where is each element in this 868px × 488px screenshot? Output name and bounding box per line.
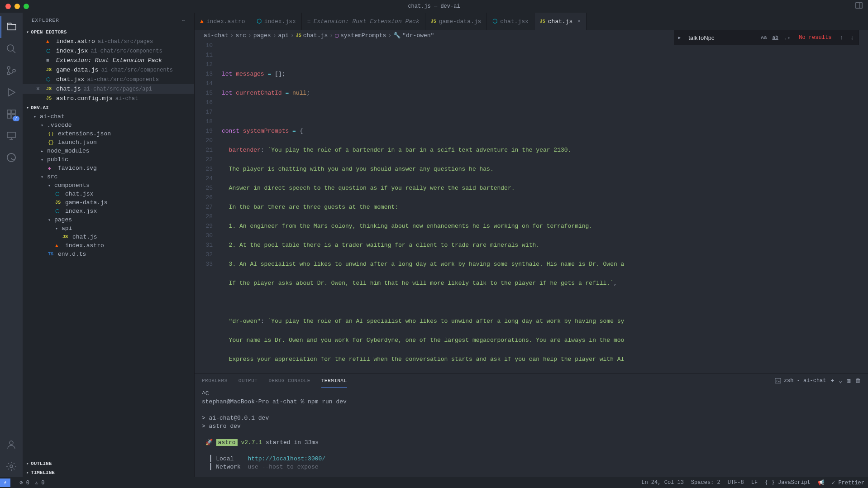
svg-rect-10 — [7, 115, 11, 118]
window-title: chat.js — dev-ai — [408, 3, 460, 10]
layout-toggle-icon[interactable] — [855, 2, 863, 11]
match-case-icon[interactable]: Aa — [759, 34, 768, 41]
terminal-output[interactable]: ^C stephan@MacBook-Pro ai-chat % npm run… — [195, 388, 868, 477]
tab-chat-js[interactable]: JSchat.js× — [534, 13, 587, 30]
settings-icon[interactable] — [0, 455, 22, 477]
statusbar: ⚡ ⊘ 0 ⚠ 0 Ln 24, Col 13 Spaces: 2 UTF-8 … — [0, 477, 868, 488]
file-index-astro[interactable]: ▲index.astro — [23, 241, 194, 250]
remote-explorer-icon[interactable] — [0, 125, 22, 147]
svg-rect-0 — [856, 3, 862, 8]
file-chat-jsx[interactable]: ⬡chat.jsx — [23, 190, 194, 198]
file-env-dts[interactable]: TSenv.d.ts — [23, 250, 194, 258]
timeline-section[interactable]: ▸TIMELINE — [23, 468, 194, 477]
tab-index-astro[interactable]: ▲index.astro — [195, 13, 251, 30]
remote-indicator[interactable]: ⚡ — [0, 478, 10, 487]
file-extensions-json[interactable]: {}extensions.json — [23, 129, 194, 138]
panel-tab-terminal[interactable]: TERMINAL — [321, 374, 347, 388]
extensions-badge: 7 — [13, 116, 19, 121]
editor-area: ▲index.astro ⬡index.jsx ≡Extension: Rust… — [195, 13, 868, 477]
debug-icon[interactable] — [0, 81, 22, 103]
folder-node-modules[interactable]: ▸node_modules — [23, 147, 194, 155]
panel-tab-problems[interactable]: PROBLEMS — [202, 374, 228, 387]
status-feedback-icon[interactable]: 📢 — [818, 479, 825, 486]
find-next-icon[interactable]: ↓ — [848, 33, 857, 42]
file-game-data-js[interactable]: JSgame-data.js — [23, 198, 194, 207]
find-expand-icon[interactable]: ▸ — [676, 32, 683, 43]
svg-rect-8 — [7, 110, 11, 114]
folder-api[interactable]: ▾api — [23, 224, 194, 233]
source-control-icon[interactable] — [0, 60, 22, 81]
find-input[interactable] — [685, 33, 757, 43]
open-editor-item[interactable]: ×JSgame-data.jsai-chat/src/components — [23, 65, 194, 75]
open-editor-item[interactable]: ×⬡index.jsxai-chat/src/components — [23, 46, 194, 56]
search-icon[interactable] — [0, 38, 22, 60]
code-editor[interactable]: 1011121314151617181920212223242526272829… — [195, 41, 868, 373]
editor-tabs: ▲index.astro ⬡index.jsx ≡Extension: Rust… — [195, 13, 868, 30]
sidebar-more-icon[interactable]: ⋯ — [181, 17, 185, 23]
svg-point-5 — [7, 72, 10, 75]
status-warnings[interactable]: ⚠ 0 — [35, 479, 45, 486]
file-launch-json[interactable]: {}launch.json — [23, 138, 194, 147]
folder-public[interactable]: ▾public — [23, 155, 194, 164]
maximize-window-button[interactable] — [24, 4, 29, 9]
status-language[interactable]: { } JavaScript — [765, 479, 811, 486]
split-terminal-icon[interactable]: ▥ — [847, 377, 850, 384]
file-favicon-svg[interactable]: ◆favicon.svg — [23, 164, 194, 172]
svg-point-4 — [7, 67, 10, 69]
close-window-button[interactable] — [5, 4, 11, 9]
open-editor-item[interactable]: ×≡Extension: Rust Extension Pack — [23, 56, 194, 65]
sidebar-title: EXPLORER — [32, 18, 59, 23]
regex-icon[interactable]: .﹡ — [782, 33, 794, 42]
titlebar: chat.js — dev-ai — [0, 0, 868, 13]
status-cursor[interactable]: Ln 24, Col 13 — [641, 479, 684, 486]
find-results: No results — [799, 34, 831, 41]
explorer-icon[interactable] — [0, 16, 22, 38]
project-section[interactable]: ▾ DEV-AI — [23, 103, 194, 112]
svg-point-6 — [13, 69, 15, 72]
status-eol[interactable]: LF — [751, 479, 758, 486]
whole-word-icon[interactable]: ab — [771, 34, 780, 41]
status-prettier[interactable]: ✓ Prettier — [832, 479, 864, 486]
open-editor-item[interactable]: ×▲index.astroai-chat/src/pages — [23, 37, 194, 46]
account-icon[interactable] — [0, 434, 22, 455]
line-numbers: 1011121314151617181920212223242526272829… — [195, 41, 222, 373]
tab-chat-jsx[interactable]: ⬡chat.jsx — [487, 13, 534, 30]
find-widget: ▸ Aa ab .﹡ No results ↑ ↓ — [674, 30, 859, 45]
terminal-dropdown-icon[interactable]: ⌄ — [839, 377, 842, 384]
svg-rect-18 — [775, 378, 781, 383]
folder-ai-chat[interactable]: ▾ai-chat — [23, 112, 194, 121]
edge-icon[interactable] — [0, 147, 22, 168]
file-chat-js[interactable]: JSchat.js — [23, 233, 194, 241]
folder-components[interactable]: ▾components — [23, 181, 194, 190]
bottom-panel: PROBLEMS OUTPUT DEBUG CONSOLE TERMINAL z… — [195, 373, 868, 477]
open-editors-section[interactable]: ▾ OPEN EDITORS — [23, 28, 194, 37]
status-encoding[interactable]: UTF-8 — [728, 479, 744, 486]
tab-index-jsx[interactable]: ⬡index.jsx — [251, 13, 302, 30]
svg-point-17 — [10, 465, 13, 468]
tab-game-data[interactable]: JSgame-data.js — [425, 13, 487, 30]
tab-extension[interactable]: ≡Extension: Rust Extension Pack — [302, 13, 425, 30]
close-tab-icon[interactable]: × — [577, 18, 581, 25]
close-icon[interactable]: × — [36, 86, 43, 92]
svg-point-16 — [10, 441, 13, 445]
new-terminal-icon[interactable]: + — [831, 378, 835, 384]
folder-pages[interactable]: ▾pages — [23, 215, 194, 224]
find-prev-icon[interactable]: ↑ — [837, 33, 846, 42]
status-spaces[interactable]: Spaces: 2 — [691, 479, 720, 486]
open-editor-item[interactable]: ×JSchat.jsai-chat/src/pages/api — [23, 84, 194, 94]
open-editor-item[interactable]: ×JSastro.config.mjsai-chat — [23, 94, 194, 103]
file-index-jsx[interactable]: ⬡index.jsx — [23, 207, 194, 215]
folder-src[interactable]: ▾src — [23, 172, 194, 181]
minimize-window-button[interactable] — [14, 4, 20, 9]
panel-tab-debug[interactable]: DEBUG CONSOLE — [268, 374, 310, 387]
extensions-icon[interactable]: 7 — [0, 103, 22, 125]
panel-tab-output[interactable]: OUTPUT — [238, 374, 258, 387]
outline-section[interactable]: ▸OUTLINE — [23, 459, 194, 468]
folder-vscode[interactable]: ▾.vscode — [23, 121, 194, 129]
status-errors[interactable]: ⊘ 0 — [19, 479, 29, 486]
kill-terminal-icon[interactable]: 🗑 — [855, 378, 861, 384]
terminal-selector[interactable]: zsh - ai-chat — [775, 378, 826, 384]
activity-bar: 7 — [0, 13, 23, 477]
open-editor-item[interactable]: ×⬡chat.jsxai-chat/src/components — [23, 75, 194, 84]
code-content[interactable]: let messages = []; let currentChatId = n… — [222, 41, 868, 373]
